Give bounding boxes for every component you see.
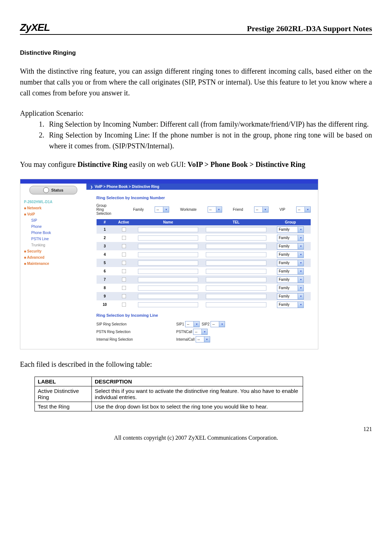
chevron-down-icon: ▾ bbox=[201, 329, 207, 335]
row-tel-cell bbox=[202, 225, 270, 234]
tel-input[interactable] bbox=[206, 227, 266, 232]
row-index: 8 bbox=[97, 284, 113, 292]
group-select[interactable]: Family▾ bbox=[277, 251, 304, 258]
sip2-select[interactable]: --▾ bbox=[211, 321, 225, 327]
active-checkbox[interactable] bbox=[122, 253, 126, 257]
group-select[interactable]: Family▾ bbox=[277, 268, 304, 275]
nav-phonebook[interactable]: Phone Book bbox=[24, 230, 83, 236]
group-select[interactable]: Family▾ bbox=[277, 260, 304, 266]
desc-r1-desc: Select this if you want to activate the … bbox=[92, 386, 303, 402]
name-input[interactable] bbox=[138, 260, 198, 266]
nav-sip[interactable]: SIP bbox=[24, 217, 83, 223]
chevron-down-icon: ▾ bbox=[204, 337, 210, 342]
friend-select[interactable]: --▾ bbox=[254, 206, 269, 213]
row-group-cell: Family▾ bbox=[270, 275, 311, 284]
tel-input[interactable] bbox=[206, 260, 266, 266]
internal-ring-label: Internal Ring Selection bbox=[97, 337, 176, 341]
group-select[interactable]: Family▾ bbox=[277, 285, 304, 291]
tel-input[interactable] bbox=[206, 252, 266, 257]
table-row: 1Family▾ bbox=[97, 225, 311, 234]
workmate-select[interactable]: --▾ bbox=[208, 206, 222, 213]
active-checkbox[interactable] bbox=[122, 303, 126, 307]
tel-input[interactable] bbox=[206, 294, 266, 299]
crumb-phonebook[interactable]: Phone Book bbox=[106, 185, 127, 189]
page-header: ZyXEL Prestige 2602RL-D3A Support Notes bbox=[20, 22, 372, 35]
status-button[interactable]: Status bbox=[29, 186, 77, 194]
row-active-cell bbox=[113, 284, 134, 292]
name-input[interactable] bbox=[138, 277, 198, 282]
nav-phone[interactable]: Phone bbox=[24, 223, 83, 230]
group-select[interactable]: Family▾ bbox=[277, 243, 304, 250]
sip1-select[interactable]: --▾ bbox=[185, 321, 200, 327]
gui-screenshot: Status P-2602HWL-D1A Network VoIP SIP Ph… bbox=[20, 179, 318, 349]
section-title: Distinctive Ringing bbox=[20, 49, 372, 57]
nav-security[interactable]: Security bbox=[24, 248, 83, 254]
active-checkbox[interactable] bbox=[122, 244, 126, 249]
active-checkbox[interactable] bbox=[122, 278, 126, 282]
group-select[interactable]: Family▾ bbox=[277, 226, 304, 233]
name-input[interactable] bbox=[138, 269, 198, 274]
name-input[interactable] bbox=[138, 294, 198, 299]
chevron-down-icon: ▾ bbox=[305, 207, 310, 212]
name-input[interactable] bbox=[138, 244, 198, 249]
tel-input[interactable] bbox=[206, 277, 266, 282]
row-tel-cell bbox=[202, 267, 270, 275]
row-tel-cell bbox=[202, 284, 270, 292]
active-checkbox[interactable] bbox=[122, 261, 126, 265]
name-input[interactable] bbox=[138, 286, 198, 291]
active-checkbox[interactable] bbox=[122, 227, 126, 232]
tel-input[interactable] bbox=[206, 302, 266, 307]
ring-table: # Active Name TEL Group 1Family▾2Family▾… bbox=[97, 219, 311, 309]
family-select[interactable]: --▾ bbox=[155, 206, 169, 213]
tel-input[interactable] bbox=[206, 244, 266, 249]
group-select[interactable]: Family▾ bbox=[277, 235, 304, 241]
nav-voip[interactable]: VoIP bbox=[24, 211, 83, 217]
group-select[interactable]: Family▾ bbox=[277, 301, 304, 308]
tel-input[interactable] bbox=[206, 235, 266, 241]
sidebar: Status P-2602HWL-D1A Network VoIP SIP Ph… bbox=[20, 184, 86, 349]
row-index: 9 bbox=[97, 292, 113, 300]
grs-label: Group Ring Selection bbox=[97, 204, 111, 216]
chevron-down-icon: ▾ bbox=[216, 207, 222, 212]
friend-label: Friend bbox=[233, 208, 243, 212]
nav-network[interactable]: Network bbox=[24, 205, 83, 211]
table-row: 5Family▾ bbox=[97, 259, 311, 267]
name-input[interactable] bbox=[138, 235, 198, 241]
tel-input[interactable] bbox=[206, 269, 266, 274]
status-label: Status bbox=[51, 188, 64, 192]
name-input[interactable] bbox=[138, 252, 198, 257]
row-active-cell bbox=[113, 259, 134, 267]
active-checkbox[interactable] bbox=[122, 269, 126, 274]
nav-advanced[interactable]: Advanced bbox=[24, 254, 83, 260]
chevron-down-icon: ▾ bbox=[163, 207, 169, 212]
group-select[interactable]: Family▾ bbox=[277, 293, 304, 300]
row-tel-cell bbox=[202, 250, 270, 259]
row-active-cell bbox=[113, 267, 134, 275]
name-input[interactable] bbox=[138, 227, 198, 232]
active-checkbox[interactable] bbox=[122, 294, 126, 299]
pstn-select[interactable]: --▾ bbox=[193, 329, 208, 335]
vip-select[interactable]: --▾ bbox=[296, 206, 311, 213]
nav-maintenance[interactable]: Maintenance bbox=[24, 260, 83, 267]
row-tel-cell bbox=[202, 300, 270, 309]
row-index: 4 bbox=[97, 250, 113, 259]
internal-select[interactable]: --▾ bbox=[196, 336, 210, 342]
table-row: 2Family▾ bbox=[97, 234, 311, 242]
chevron-down-icon: ▾ bbox=[298, 285, 303, 291]
group-select[interactable]: Family▾ bbox=[277, 276, 304, 283]
row-active-cell bbox=[113, 234, 134, 242]
tel-input[interactable] bbox=[206, 286, 266, 291]
desc-h-label: LABEL bbox=[35, 377, 92, 386]
nav-pstn[interactable]: PSTN Line bbox=[24, 236, 83, 242]
crumb-voip[interactable]: VoIP bbox=[95, 185, 102, 189]
name-input[interactable] bbox=[138, 302, 198, 307]
active-checkbox[interactable] bbox=[122, 286, 126, 290]
nav-trunking[interactable]: Trunking bbox=[24, 242, 83, 248]
row-active-cell bbox=[113, 300, 134, 309]
active-checkbox[interactable] bbox=[122, 236, 126, 240]
chevron-down-icon: ▾ bbox=[298, 294, 303, 299]
desc-r2-label: Test the Ring bbox=[35, 402, 92, 411]
chevron-down-icon: ▾ bbox=[298, 252, 303, 258]
row-active-cell bbox=[113, 275, 134, 284]
row-group-cell: Family▾ bbox=[270, 300, 311, 309]
